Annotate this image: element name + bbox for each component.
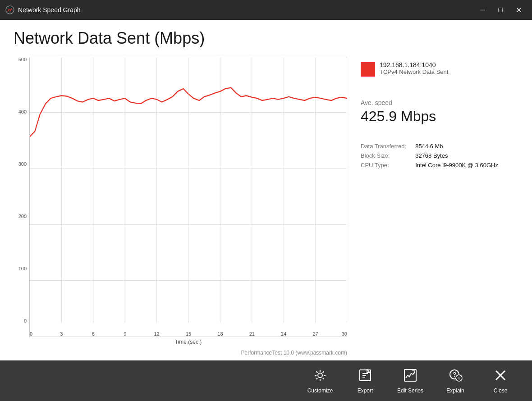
x-label-18: 18 — [217, 331, 223, 337]
customize-icon — [313, 368, 327, 385]
minimize-button[interactable]: ─ — [474, 4, 491, 16]
data-transferred-label: Data Transferred: — [361, 143, 406, 150]
customize-button[interactable]: Customize — [307, 368, 334, 394]
legend-ip: 192.168.1.184:1040 — [380, 61, 448, 68]
x-label-9: 9 — [124, 331, 126, 337]
data-transferred-value: 8544.6 Mb — [415, 143, 518, 150]
x-label-3: 3 — [60, 331, 63, 337]
close-icon — [493, 368, 508, 385]
stats-section: Ave. speed 425.9 Mbps Data Transferred: … — [361, 99, 518, 169]
legend-item: 192.168.1.184:1040 TCPv4 Network Data Se… — [361, 61, 518, 77]
svg-text:!: ! — [458, 376, 460, 381]
legend-description: TCPv4 Network Data Sent — [380, 68, 448, 75]
explain-label: Explain — [446, 387, 464, 394]
main-content: Network Data Sent (Mbps) 0 100 200 300 4… — [0, 20, 532, 360]
y-label-200: 200 — [18, 214, 27, 219]
customize-label: Customize — [307, 387, 333, 394]
cpu-type-label: CPU Type: — [361, 162, 406, 169]
window-close-button[interactable]: ✕ — [510, 4, 527, 16]
y-label-100: 100 — [18, 266, 27, 271]
cpu-type-value: Intel Core i9-9900K @ 3.60GHz — [415, 162, 518, 169]
x-label-15: 15 — [186, 331, 191, 337]
maximize-button[interactable]: □ — [492, 4, 509, 16]
ave-speed-label: Ave. speed — [361, 99, 518, 106]
explain-icon: ? ! — [448, 368, 463, 385]
content-area: 0 100 200 300 400 500 — [14, 57, 518, 356]
footer-text: PerformanceTest 10.0 (www.passmark.com) — [14, 350, 347, 356]
titlebar: Network Speed Graph ─ □ ✕ — [0, 0, 532, 20]
legend-color-swatch — [361, 62, 375, 77]
toolbar: Customize Export Edit Series — [0, 360, 532, 401]
edit-series-label: Edit Series — [397, 387, 423, 394]
close-button[interactable]: Close — [487, 368, 514, 394]
x-label-24: 24 — [281, 331, 286, 337]
y-label-0: 0 — [24, 318, 27, 324]
chart-title: Network Data Sent (Mbps) — [14, 29, 518, 48]
explain-button[interactable]: ? ! Explain — [442, 368, 469, 394]
app-icon — [5, 5, 14, 14]
chart-area: 0 100 200 300 400 500 — [14, 57, 347, 356]
y-label-500: 500 — [18, 57, 27, 62]
y-label-300: 300 — [18, 161, 27, 167]
x-label-21: 21 — [249, 331, 255, 337]
close-label: Close — [494, 387, 508, 394]
export-button[interactable]: Export — [352, 368, 379, 394]
x-label-30: 30 — [342, 331, 347, 337]
export-icon — [358, 368, 372, 385]
svg-point-11 — [318, 373, 322, 378]
window-controls: ─ □ ✕ — [474, 4, 527, 16]
legend-text: 192.168.1.184:1040 TCPv4 Network Data Se… — [380, 61, 448, 75]
chart-svg — [30, 57, 347, 323]
chart-plot: 0 3 6 9 12 15 18 21 24 27 30 — [29, 57, 347, 337]
block-size-value: 32768 Bytes — [415, 152, 518, 159]
x-axis-labels: 0 3 6 9 12 15 18 21 24 27 30 — [30, 323, 347, 337]
x-label-0: 0 — [30, 331, 32, 337]
chart-container: 0 100 200 300 400 500 — [14, 57, 347, 337]
y-label-400: 400 — [18, 109, 27, 114]
x-label-27: 27 — [312, 331, 318, 337]
right-panel: 192.168.1.184:1040 TCPv4 Network Data Se… — [361, 57, 518, 356]
x-label-12: 12 — [154, 331, 159, 337]
y-axis: 0 100 200 300 400 500 — [14, 57, 29, 337]
x-axis-title: Time (sec.) — [29, 339, 347, 345]
window-title: Network Speed Graph — [18, 6, 474, 14]
x-label-6: 6 — [92, 331, 95, 337]
ave-speed-value: 425.9 Mbps — [361, 108, 518, 125]
block-size-label: Block Size: — [361, 152, 406, 159]
edit-series-icon — [403, 368, 417, 385]
export-label: Export — [358, 387, 373, 394]
details-table: Data Transferred: 8544.6 Mb Block Size: … — [361, 143, 518, 169]
edit-series-button[interactable]: Edit Series — [397, 368, 424, 394]
